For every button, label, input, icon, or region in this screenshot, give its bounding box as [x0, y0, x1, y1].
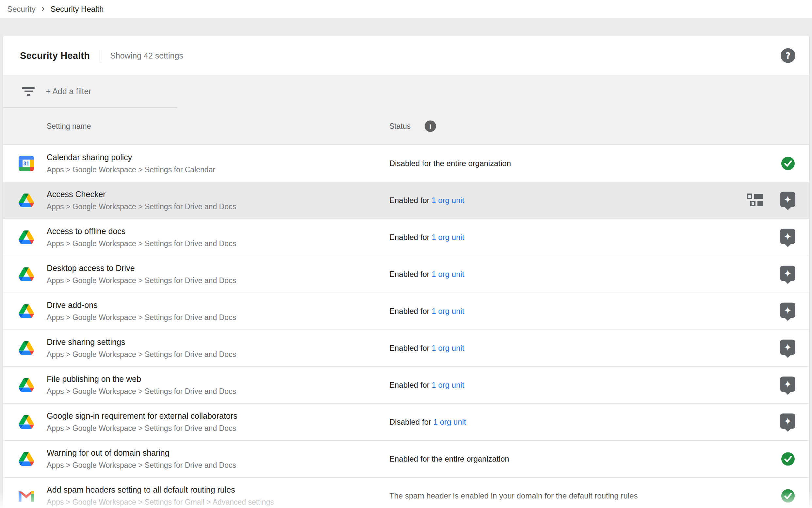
- setting-name: Calendar sharing policy: [47, 153, 215, 162]
- setting-status: Enabled for 1 org unit: [389, 270, 465, 279]
- setting-row[interactable]: 31 Access Checker Apps > Google Works: [3, 182, 809, 219]
- table-header: Setting name Status i: [3, 108, 809, 145]
- google-drive-icon: [18, 267, 34, 282]
- recommendation-icon[interactable]: ✦: [780, 377, 795, 392]
- org-units-breakdown-icon[interactable]: [747, 194, 763, 207]
- org-unit-link[interactable]: 1 org unit: [431, 196, 464, 205]
- setting-path: Apps > Google Workspace > Settings for D…: [47, 424, 237, 433]
- google-drive-icon: [18, 304, 34, 319]
- setting-row[interactable]: 31 Calendar sharing policy Apps > Goo: [3, 145, 809, 182]
- status-ok-icon: [781, 490, 795, 503]
- setting-name: Access to offline docs: [47, 226, 236, 236]
- org-unit-link[interactable]: 1 org unit: [431, 381, 464, 389]
- status-text: Enabled for: [389, 307, 431, 315]
- setting-name: File publishing on the web: [47, 374, 236, 384]
- recommendation-icon[interactable]: ✦: [780, 266, 795, 281]
- status-text: Enabled for: [389, 196, 431, 205]
- setting-text: Desktop access to Drive Apps > Google Wo…: [47, 263, 236, 285]
- org-unit-link[interactable]: 1 org unit: [431, 307, 464, 315]
- add-filter-button[interactable]: + Add a filter: [46, 87, 91, 96]
- setting-path: Apps > Google Workspace > Settings for D…: [47, 350, 236, 359]
- setting-row[interactable]: 31 Add spam headers setting to all defau…: [3, 478, 809, 508]
- setting-row[interactable]: 31 File publishing on the web Apps >: [3, 367, 809, 404]
- org-unit-link[interactable]: 1 org unit: [431, 270, 464, 279]
- setting-status: The spam header is enabled in your domai…: [389, 491, 637, 501]
- setting-path: Apps > Google Workspace > Settings for D…: [47, 202, 236, 211]
- setting-path: Apps > Google Workspace > Settings for D…: [47, 461, 236, 470]
- google-calendar-icon: 31: [18, 156, 34, 171]
- org-unit-link[interactable]: 1 org unit: [433, 417, 466, 426]
- setting-name: Access Checker: [47, 189, 236, 199]
- setting-text: Add spam headers setting to all default …: [47, 485, 274, 507]
- setting-status: Enabled for 1 org unit: [389, 307, 465, 316]
- google-drive-icon: [18, 230, 34, 245]
- status-text: Enabled for the entire organization: [389, 454, 509, 463]
- org-unit-link[interactable]: 1 org unit: [431, 233, 464, 242]
- google-drive-icon: [18, 415, 34, 430]
- setting-text: Calendar sharing policy Apps > Google Wo…: [47, 153, 215, 174]
- status-text: Enabled for: [389, 270, 431, 279]
- recommendation-icon[interactable]: ✦: [780, 192, 795, 207]
- status-text: Disabled for the entire organization: [389, 159, 511, 168]
- settings-card: Security Health Showing 42 settings ? + …: [3, 36, 809, 508]
- setting-status: Enabled for 1 org unit: [389, 344, 465, 353]
- setting-name: Drive sharing settings: [47, 337, 236, 347]
- column-setting-name: Setting name: [47, 122, 91, 131]
- breadcrumb: Security › Security Health: [0, 0, 812, 18]
- setting-path: Apps > Google Workspace > Settings for D…: [47, 313, 236, 322]
- setting-row[interactable]: 31 Access to offline docs Apps > Goog: [3, 219, 809, 256]
- setting-path: Apps > Google Workspace > Settings for C…: [47, 165, 215, 174]
- setting-row[interactable]: 31 Drive add-ons Apps > Google Worksp: [3, 293, 809, 330]
- setting-name: Desktop access to Drive: [47, 263, 236, 273]
- column-status: Status: [389, 122, 411, 131]
- setting-row[interactable]: 31 Desktop access to Drive Apps > Goo: [3, 256, 809, 293]
- setting-text: Access Checker Apps > Google Workspace >…: [47, 189, 236, 211]
- setting-status: Disabled for the entire organization: [389, 159, 511, 168]
- setting-text: Warning for out of domain sharing Apps >…: [47, 448, 236, 470]
- title-divider: [100, 50, 100, 61]
- setting-name: Drive add-ons: [47, 300, 236, 310]
- help-button[interactable]: ?: [781, 48, 795, 63]
- google-drive-icon: [18, 378, 34, 393]
- filter-list-icon[interactable]: [22, 87, 35, 96]
- setting-name: Google sign-in requirement for external …: [47, 411, 237, 421]
- breadcrumb-security-health: Security Health: [51, 5, 104, 14]
- setting-row[interactable]: 31 Google sign-in requirement for extern…: [3, 404, 809, 441]
- setting-path: Apps > Google Workspace > Settings for D…: [47, 239, 236, 248]
- setting-text: Drive add-ons Apps > Google Workspace > …: [47, 300, 236, 322]
- setting-text: Google sign-in requirement for external …: [47, 411, 237, 433]
- breadcrumb-security[interactable]: Security: [7, 5, 36, 14]
- status-text: Enabled for: [389, 381, 431, 389]
- setting-status: Enabled for the entire organization: [389, 454, 509, 464]
- org-unit-link[interactable]: 1 org unit: [431, 344, 464, 352]
- setting-path: Apps > Google Workspace > Settings for G…: [47, 498, 274, 507]
- google-drive-icon: [18, 452, 34, 467]
- filter-bar: + Add a filter: [3, 75, 809, 108]
- setting-row[interactable]: 31 Drive sharing settings Apps > Goog: [3, 330, 809, 367]
- setting-path: Apps > Google Workspace > Settings for D…: [47, 387, 236, 396]
- recommendation-icon[interactable]: ✦: [780, 340, 795, 355]
- chevron-right-icon: ›: [42, 3, 45, 13]
- recommendation-icon[interactable]: ✦: [780, 229, 795, 244]
- recommendation-icon[interactable]: ✦: [780, 303, 795, 318]
- setting-status: Enabled for 1 org unit: [389, 381, 465, 390]
- setting-text: Access to offline docs Apps > Google Wor…: [47, 226, 236, 248]
- status-ok-icon: [781, 453, 795, 466]
- status-ok-icon: [781, 157, 795, 170]
- google-drive-icon: [18, 341, 34, 356]
- setting-text: Drive sharing settings Apps > Google Wor…: [47, 337, 236, 359]
- info-icon[interactable]: i: [425, 121, 436, 132]
- setting-row[interactable]: 31 Warning for out of domain sharing: [3, 441, 809, 478]
- settings-count: Showing 42 settings: [110, 51, 183, 60]
- settings-table: 31 Calendar sharing policy Apps > Goo: [3, 145, 809, 508]
- recommendation-icon[interactable]: ✦: [780, 414, 795, 429]
- status-text: Enabled for: [389, 233, 431, 242]
- google-drive-icon: [18, 193, 34, 208]
- status-text: The spam header is enabled in your domai…: [389, 491, 637, 500]
- help-icon: ?: [785, 51, 791, 61]
- setting-name: Warning for out of domain sharing: [47, 448, 236, 458]
- gmail-icon: [18, 489, 34, 504]
- card-header: Security Health Showing 42 settings ?: [3, 36, 809, 75]
- setting-text: File publishing on the web Apps > Google…: [47, 374, 236, 396]
- setting-path: Apps > Google Workspace > Settings for D…: [47, 276, 236, 285]
